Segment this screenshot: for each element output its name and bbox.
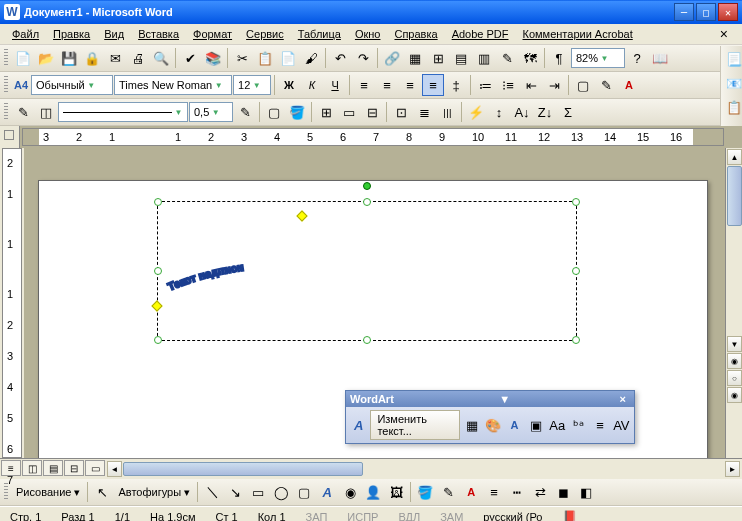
line-spacing-button[interactable]: ‡ — [445, 74, 467, 96]
dec-indent-button[interactable]: ⇤ — [520, 74, 542, 96]
excel-button[interactable]: ▤ — [450, 47, 472, 69]
align-right-button[interactable]: ≡ — [399, 74, 421, 96]
line-style-button[interactable]: ≡ — [483, 481, 505, 503]
browse-object-button[interactable]: ○ — [727, 370, 742, 386]
autoformat-button[interactable]: ⚡ — [465, 101, 487, 123]
menu-acrobat[interactable]: Комментарии Acrobat — [517, 26, 639, 42]
merge-cells-button[interactable]: ▭ — [338, 101, 360, 123]
split-cells-button[interactable]: ⊟ — [361, 101, 383, 123]
distribute-cols-button[interactable]: ⫼ — [436, 101, 458, 123]
format-wordart-button[interactable]: 🎨 — [483, 414, 502, 436]
eraser-button[interactable]: ◫ — [35, 101, 57, 123]
resize-handle-l[interactable] — [154, 267, 162, 275]
hyperlink-button[interactable]: 🔗 — [381, 47, 403, 69]
menu-help[interactable]: Справка — [388, 26, 443, 42]
scroll-up-button[interactable]: ▲ — [727, 149, 742, 165]
size-combo[interactable]: 12▼ — [233, 75, 271, 95]
menu-insert[interactable]: Вставка — [132, 26, 185, 42]
inc-indent-button[interactable]: ⇥ — [543, 74, 565, 96]
status-lang[interactable]: русский (Ро — [479, 511, 546, 522]
line-button[interactable]: ＼ — [201, 481, 223, 503]
web-view-button[interactable]: ◫ — [22, 460, 42, 476]
resize-handle-bl[interactable] — [154, 336, 162, 344]
menu-adobe[interactable]: Adobe PDF — [446, 26, 515, 42]
redo-button[interactable]: ↷ — [352, 47, 374, 69]
alignment-button[interactable]: ≡ — [590, 414, 609, 436]
dash-style-button[interactable]: ┅ — [506, 481, 528, 503]
wordart-shape-button[interactable]: A — [505, 414, 524, 436]
edit-text-button[interactable]: Изменить текст... — [370, 410, 460, 440]
same-heights-button[interactable]: Aa — [548, 414, 567, 436]
toolbar-handle[interactable] — [4, 103, 8, 121]
status-ovr[interactable]: ЗАМ — [436, 511, 467, 522]
clipart-button[interactable]: 👤 — [362, 481, 384, 503]
next-page-button[interactable]: ◉ — [727, 387, 742, 403]
drawing-button[interactable]: ✎ — [496, 47, 518, 69]
align-center-button[interactable]: ≡ — [376, 74, 398, 96]
scroll-thumb[interactable] — [727, 166, 742, 226]
status-trk[interactable]: ИСПР — [343, 511, 382, 522]
toolbar-handle[interactable] — [4, 49, 8, 67]
align-left-button[interactable]: ≡ — [353, 74, 375, 96]
text-wrap-button[interactable]: ▣ — [526, 414, 545, 436]
doc-close-button[interactable]: × — [712, 26, 736, 42]
italic-button[interactable]: К — [301, 74, 323, 96]
print-view-button[interactable]: ▤ — [43, 460, 63, 476]
numbering-button[interactable]: ≔ — [474, 74, 496, 96]
insert-table-btn2[interactable]: ⊞ — [315, 101, 337, 123]
docmap-button[interactable]: 🗺 — [519, 47, 541, 69]
spell-button[interactable]: ✔ — [179, 47, 201, 69]
underline-button[interactable]: Ч — [324, 74, 346, 96]
draw-table-button[interactable]: ✎ — [12, 101, 34, 123]
menu-table[interactable]: Таблица — [292, 26, 347, 42]
scroll-down-button[interactable]: ▼ — [727, 336, 742, 352]
vertical-ruler[interactable]: 2111234567 — [2, 148, 22, 458]
autosum-button[interactable]: Σ — [557, 101, 579, 123]
bold-button[interactable]: Ж — [278, 74, 300, 96]
pdf-email-button[interactable]: 📧 — [723, 72, 742, 94]
insert-wordart-button[interactable]: A — [349, 414, 368, 436]
zoom-combo[interactable]: 82%▼ — [571, 48, 625, 68]
wordart-toolbar[interactable]: WordArt ▼ × A Изменить текст... ▦ 🎨 A ▣ … — [345, 390, 635, 444]
align-cell-button[interactable]: ⊡ — [390, 101, 412, 123]
shadow-button[interactable]: ◼ — [552, 481, 574, 503]
status-ext[interactable]: ВДЛ — [394, 511, 424, 522]
oval-button[interactable]: ◯ — [270, 481, 292, 503]
copy-button[interactable]: 📋 — [254, 47, 276, 69]
wordart-toolbar-close[interactable]: × — [616, 393, 630, 405]
menu-tools[interactable]: Сервис — [240, 26, 290, 42]
resize-handle-tr[interactable] — [572, 198, 580, 206]
hscroll-thumb[interactable] — [123, 462, 363, 476]
save-button[interactable]: 💾 — [58, 47, 80, 69]
shading-button[interactable]: 🪣 — [286, 101, 308, 123]
menu-edit[interactable]: Правка — [47, 26, 96, 42]
menu-format[interactable]: Формат — [187, 26, 238, 42]
format-painter-button[interactable]: 🖌 — [300, 47, 322, 69]
autoshapes-menu[interactable]: Автофигуры ▾ — [114, 484, 194, 501]
font-color-button[interactable]: A — [618, 74, 640, 96]
permission-button[interactable]: 🔒 — [81, 47, 103, 69]
new-doc-button[interactable]: 📄 — [12, 47, 34, 69]
print-button[interactable]: 🖨 — [127, 47, 149, 69]
text-direction-button[interactable]: ↕ — [488, 101, 510, 123]
insert-table-button[interactable]: ⊞ — [427, 47, 449, 69]
undo-button[interactable]: ↶ — [329, 47, 351, 69]
tables-borders-button[interactable]: ▦ — [404, 47, 426, 69]
open-button[interactable]: 📂 — [35, 47, 57, 69]
highlight-button[interactable]: ✎ — [595, 74, 617, 96]
show-marks-button[interactable]: ¶ — [548, 47, 570, 69]
horizontal-scrollbar[interactable]: ◄ ► — [106, 460, 741, 478]
scroll-right-button[interactable]: ► — [725, 461, 740, 477]
pdf-convert-button[interactable]: 📃 — [723, 48, 742, 70]
read-button[interactable]: 📖 — [649, 47, 671, 69]
line-style-combo[interactable]: ▼ — [58, 102, 188, 122]
resize-handle-b[interactable] — [363, 336, 371, 344]
wordart-object[interactable]: Текст надписи — [157, 201, 577, 341]
help-button[interactable]: ? — [626, 47, 648, 69]
resize-handle-br[interactable] — [572, 336, 580, 344]
mail-button[interactable]: ✉ — [104, 47, 126, 69]
picture-button[interactable]: 🖼 — [385, 481, 407, 503]
fill-color-button[interactable]: 🪣 — [414, 481, 436, 503]
paste-button[interactable]: 📄 — [277, 47, 299, 69]
menu-file[interactable]: Файл — [6, 26, 45, 42]
